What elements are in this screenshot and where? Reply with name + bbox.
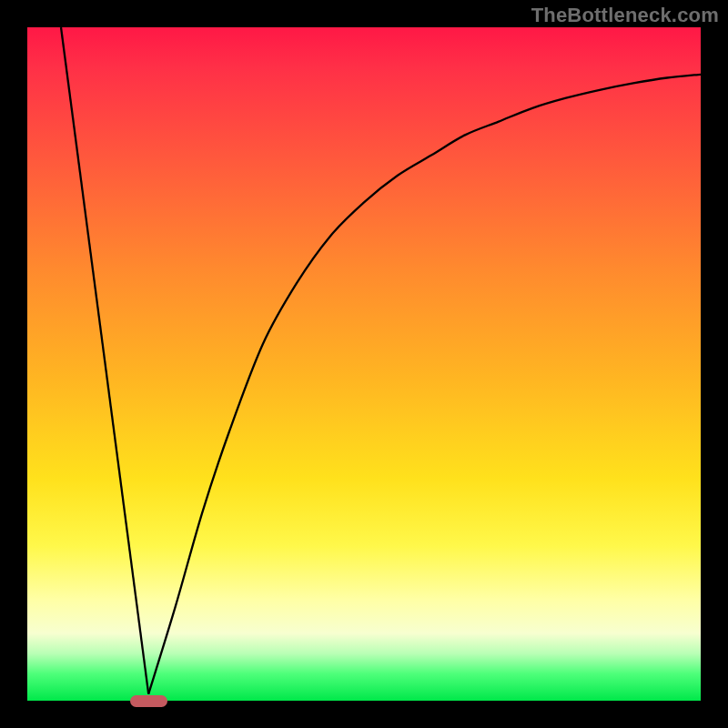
watermark-text: TheBottleneck.com xyxy=(531,4,719,27)
left-line xyxy=(61,27,148,694)
valley-marker xyxy=(130,695,167,707)
right-curve xyxy=(148,75,701,694)
curve-layer xyxy=(27,27,701,701)
plot-area xyxy=(27,27,701,701)
chart-frame: TheBottleneck.com xyxy=(0,0,728,728)
